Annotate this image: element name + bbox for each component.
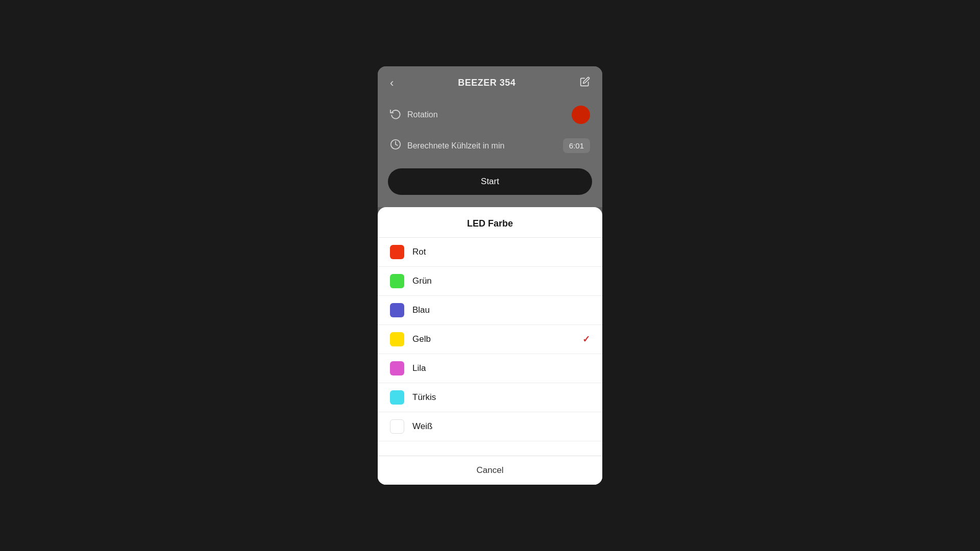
sheet-title: LED Farbe bbox=[378, 207, 602, 238]
color-item-gruen[interactable]: Grün bbox=[378, 267, 602, 296]
led-color-sheet: LED Farbe RotGrünBlauGelb✓LilaTürkisWeiß… bbox=[378, 207, 602, 485]
edit-button[interactable] bbox=[580, 77, 590, 89]
color-swatch-blau bbox=[390, 303, 404, 317]
color-item-lila[interactable]: Lila bbox=[378, 354, 602, 383]
page-title: BEEZER 354 bbox=[458, 78, 516, 88]
color-swatch-lila bbox=[390, 361, 404, 375]
color-swatch-rot bbox=[390, 245, 404, 259]
start-button[interactable]: Start bbox=[388, 168, 592, 195]
header: ‹ BEEZER 354 bbox=[378, 66, 602, 98]
rotation-label: Rotation bbox=[407, 110, 566, 119]
rotation-toggle[interactable] bbox=[572, 106, 590, 124]
check-icon-gelb: ✓ bbox=[582, 334, 590, 345]
color-name-lila: Lila bbox=[412, 363, 590, 373]
color-name-gelb: Gelb bbox=[412, 334, 582, 344]
cancel-button[interactable]: Cancel bbox=[378, 456, 602, 485]
color-name-rot: Rot bbox=[412, 247, 590, 257]
rotation-row: Rotation bbox=[378, 98, 602, 131]
color-item-weiss[interactable]: Weiß bbox=[378, 412, 602, 441]
clock-icon bbox=[390, 139, 401, 153]
cooling-time-value: 6:01 bbox=[563, 138, 590, 153]
color-name-weiss: Weiß bbox=[412, 421, 590, 432]
app-container: ‹ BEEZER 354 Rotation bbox=[378, 66, 602, 485]
color-item-rot[interactable]: Rot bbox=[378, 238, 602, 267]
color-swatch-gruen bbox=[390, 274, 404, 288]
color-list: RotGrünBlauGelb✓LilaTürkisWeiß bbox=[378, 238, 602, 456]
color-name-tuerkis: Türkis bbox=[412, 392, 590, 403]
color-swatch-gelb bbox=[390, 332, 404, 346]
top-section: ‹ BEEZER 354 Rotation bbox=[378, 66, 602, 207]
rotation-icon bbox=[390, 108, 401, 122]
cooling-label: Berechnete Kühlzeit in min bbox=[407, 141, 557, 151]
color-item-gelb[interactable]: Gelb✓ bbox=[378, 325, 602, 354]
color-name-gruen: Grün bbox=[412, 276, 590, 286]
color-name-blau: Blau bbox=[412, 305, 590, 315]
color-swatch-tuerkis bbox=[390, 390, 404, 405]
color-item-tuerkis[interactable]: Türkis bbox=[378, 383, 602, 412]
back-button[interactable]: ‹ bbox=[390, 78, 394, 89]
cooling-row: Berechnete Kühlzeit in min 6:01 bbox=[378, 131, 602, 160]
color-swatch-weiss bbox=[390, 419, 404, 434]
color-item-blau[interactable]: Blau bbox=[378, 296, 602, 325]
